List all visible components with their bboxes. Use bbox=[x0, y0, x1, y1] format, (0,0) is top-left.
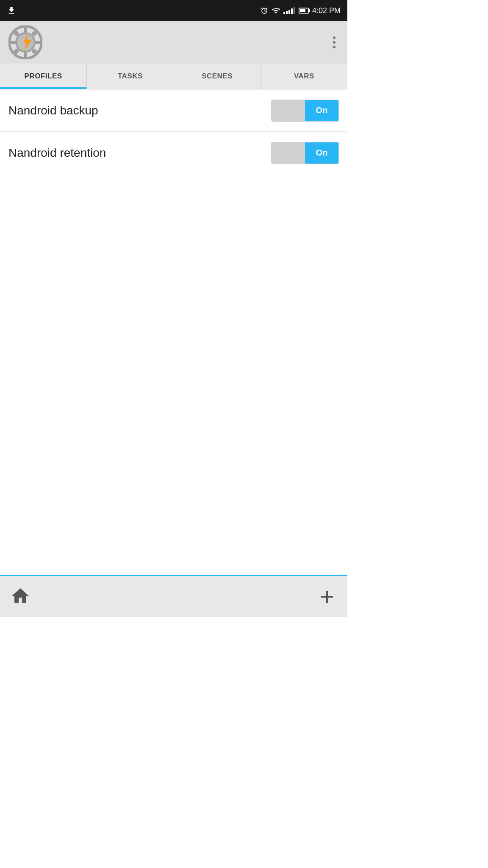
tab-profiles[interactable]: PROFILES bbox=[0, 64, 87, 89]
toggle-nandroid-backup[interactable]: On bbox=[271, 100, 339, 122]
battery-icon bbox=[299, 8, 309, 14]
profile-item-nandroid-backup[interactable]: Nandroid backup On bbox=[0, 89, 347, 132]
profile-name-backup: Nandroid backup bbox=[8, 104, 98, 117]
tab-scenes[interactable]: SCENES bbox=[174, 64, 261, 89]
svg-rect-4 bbox=[9, 41, 15, 44]
status-bar: 4:02 PM bbox=[0, 0, 347, 21]
toggle-on-side-retention: On bbox=[305, 142, 338, 164]
tab-bar: PROFILES TASKS SCENES VARS bbox=[0, 64, 347, 89]
profile-item-nandroid-retention[interactable]: Nandroid retention On bbox=[0, 132, 347, 174]
svg-rect-2 bbox=[24, 26, 27, 32]
more-menu-button[interactable] bbox=[330, 33, 339, 52]
toggle-off-side-backup bbox=[272, 100, 305, 121]
app-logo bbox=[8, 25, 42, 59]
toggle-on-side-backup: On bbox=[305, 100, 338, 121]
profile-list: Nandroid backup On Nandroid retention On bbox=[0, 89, 347, 353]
svg-rect-3 bbox=[24, 53, 27, 58]
wifi-icon bbox=[272, 6, 280, 15]
add-icon bbox=[317, 586, 337, 608]
more-dot-2 bbox=[333, 41, 336, 44]
alarm-icon bbox=[261, 7, 268, 14]
more-dot-1 bbox=[333, 36, 336, 39]
download-icon bbox=[7, 6, 16, 15]
home-icon bbox=[10, 586, 30, 606]
status-bar-right: 4:02 PM bbox=[261, 6, 341, 15]
app-bar bbox=[0, 21, 347, 64]
more-dot-3 bbox=[333, 46, 336, 48]
status-bar-left bbox=[7, 6, 16, 15]
tab-tasks[interactable]: TASKS bbox=[87, 64, 174, 89]
toggle-off-side-retention bbox=[272, 142, 305, 164]
add-button[interactable] bbox=[317, 587, 337, 607]
toggle-nandroid-retention[interactable]: On bbox=[271, 142, 339, 164]
home-button[interactable] bbox=[10, 586, 30, 608]
svg-rect-5 bbox=[36, 41, 42, 44]
signal-bars bbox=[283, 7, 295, 14]
bottom-bar bbox=[0, 575, 347, 617]
profile-name-retention: Nandroid retention bbox=[8, 146, 106, 160]
status-time: 4:02 PM bbox=[312, 6, 341, 15]
tab-vars[interactable]: VARS bbox=[261, 64, 347, 89]
